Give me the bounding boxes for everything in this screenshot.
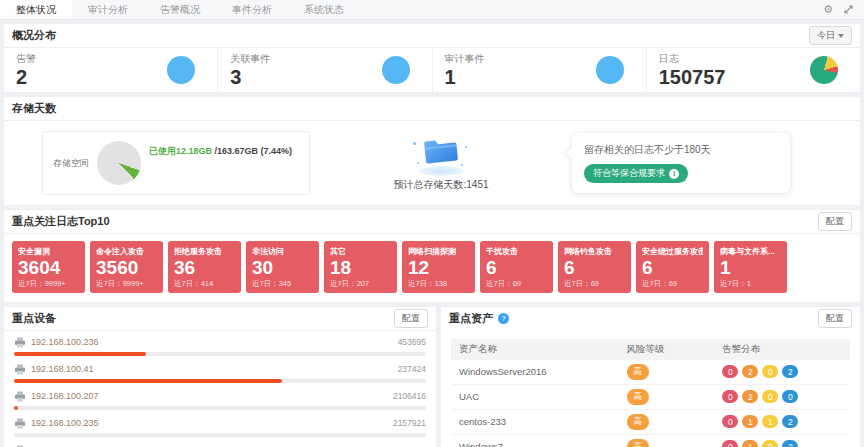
asset-row[interactable]: centos-233 高 0 1 1 2 xyxy=(451,409,850,434)
log-card[interactable]: 病毒与文件系... 1 近7日：1 xyxy=(714,241,787,293)
log-card[interactable]: 拒绝服务攻击 36 近7日：414 xyxy=(168,241,241,293)
log-card-value: 1 xyxy=(720,257,781,279)
log-card-title: 命令注入攻击 xyxy=(96,246,157,257)
log-card[interactable]: 安全绕过服务攻击 6 近7日：69 xyxy=(636,241,709,293)
tab-event-analysis[interactable]: 事件分析 xyxy=(216,0,288,19)
log-card-title: 安全绕过服务攻击 xyxy=(642,246,703,257)
events-circle-icon xyxy=(382,56,410,84)
device-bar-track xyxy=(14,406,426,410)
dist-badge-blue: 0 xyxy=(782,390,798,403)
device-ip: 192.168.100.236 xyxy=(31,337,99,347)
device-bar-track xyxy=(14,379,426,383)
log-card-value: 36 xyxy=(174,257,235,279)
compliance-label: 符合等保合规要求 xyxy=(593,167,665,180)
expand-icon[interactable] xyxy=(843,4,854,15)
device-bar-track xyxy=(14,352,426,356)
stat-value: 2 xyxy=(16,66,36,88)
dist-badge-orange: 2 xyxy=(742,365,758,378)
log-card[interactable]: 命令注入攻击 3560 近7日：9999+ xyxy=(90,241,163,293)
log-card-sub: 近7日：9999+ xyxy=(96,279,157,289)
device-row[interactable]: 192.168.100.235 2157921 xyxy=(14,417,426,437)
info-icon: i xyxy=(669,169,679,179)
help-icon[interactable]: ? xyxy=(498,313,509,324)
logs-pie-icon xyxy=(810,56,838,84)
log-card[interactable]: 安全漏洞 3604 近7日：9999+ xyxy=(12,241,85,293)
risk-badge: 高 xyxy=(627,414,649,430)
top-tab-bar: 整体状况 审计分析 告警概况 事件分析 系统状态 ⚙ xyxy=(0,0,864,20)
device-icon xyxy=(14,337,26,348)
dist-badge-orange: 1 xyxy=(742,415,758,428)
top-logs-title: 重点关注日志Top10 xyxy=(12,214,110,229)
log-card-title: 非法访问 xyxy=(252,246,313,257)
log-card-title: 干扰攻击 xyxy=(486,246,547,257)
log-card-sub: 近7日：69 xyxy=(564,279,625,289)
storage-space-card: 存储空间 已使用12.18GB /163.67GB (7.44%) xyxy=(42,131,310,195)
log-card[interactable]: 非法访问 30 近7日：345 xyxy=(246,241,319,293)
log-card-sub: 近7日：345 xyxy=(252,279,313,289)
device-row[interactable]: 192.168.100.41 237424 xyxy=(14,363,426,383)
device-ip: 192.168.100.235 xyxy=(31,418,99,428)
log-card[interactable]: 干扰攻击 6 近7日：69 xyxy=(480,241,553,293)
asset-name: UAC xyxy=(451,384,619,409)
asset-row[interactable]: Windows7 高 0 1 0 2 xyxy=(451,434,850,447)
device-value: 237424 xyxy=(398,364,426,374)
stat-label: 审计事件 xyxy=(445,52,485,66)
top-logs-config-button[interactable]: 配置 xyxy=(818,212,852,231)
log-card[interactable]: 网络扫描探测 12 近7日：138 xyxy=(402,241,475,293)
log-card-value: 6 xyxy=(486,257,547,279)
log-card-sub: 近7日：207 xyxy=(330,279,391,289)
tab-alert-overview[interactable]: 告警概况 xyxy=(144,0,216,19)
asset-name: centos-233 xyxy=(451,409,619,434)
tab-system-status[interactable]: 系统状态 xyxy=(288,0,360,19)
period-dropdown[interactable]: 今日 xyxy=(809,26,852,45)
log-card-value: 3560 xyxy=(96,257,157,279)
dist-badge-orange: 1 xyxy=(742,440,758,447)
dist-badge-blue: 2 xyxy=(782,365,798,378)
dist-badge-blue: 2 xyxy=(782,415,798,428)
storage-usage-text: 已使用12.18GB /163.67GB (7.44%) xyxy=(149,145,292,158)
log-card-sub: 近7日：1 xyxy=(720,279,781,289)
storage-total-text: /163.67GB (7.44%) xyxy=(215,146,293,156)
stat-correlated-events[interactable]: 关联事件 3 xyxy=(218,48,432,92)
device-row[interactable]: 192.168.100.207 2106416 xyxy=(14,390,426,410)
compliance-badge-button[interactable]: 符合等保合规要求 i xyxy=(584,164,688,183)
devices-config-button[interactable]: 配置 xyxy=(394,309,428,328)
stat-value: 150757 xyxy=(659,66,726,88)
tab-overall-status[interactable]: 整体状况 xyxy=(0,0,72,19)
estimated-storage-days: 预计总存储天数:1451 xyxy=(393,178,488,192)
storage-title: 存储天数 xyxy=(12,101,56,116)
gear-icon[interactable]: ⚙ xyxy=(823,4,833,15)
storage-space-label: 存储空间 xyxy=(53,157,89,170)
log-card-title: 拒绝服务攻击 xyxy=(174,246,235,257)
col-alert-distribution: 告警分布 xyxy=(714,339,850,360)
assets-table: 资产名称 风险等级 告警分布 WindowsServer2016 高 0 2 0… xyxy=(451,339,850,447)
stat-audit-events[interactable]: 审计事件 1 xyxy=(433,48,647,92)
device-bar-fill xyxy=(14,352,146,356)
log-card-title: 安全漏洞 xyxy=(18,246,79,257)
log-card-value: 6 xyxy=(564,257,625,279)
chevron-down-icon xyxy=(838,34,844,38)
asset-name: WindowsServer2016 xyxy=(451,360,619,385)
storage-pie-chart xyxy=(97,141,141,185)
assets-config-button[interactable]: 配置 xyxy=(818,309,852,328)
tab-audit-analysis[interactable]: 审计分析 xyxy=(72,0,144,19)
storage-panel: 存储天数 存储空间 已使用12.18GB /163.67GB (7.44%) xyxy=(4,97,860,205)
stat-alerts[interactable]: 告警 2 xyxy=(4,48,218,92)
asset-row[interactable]: WindowsServer2016 高 0 2 0 2 xyxy=(451,360,850,385)
period-label: 今日 xyxy=(817,29,835,42)
dist-badge-orange: 2 xyxy=(742,390,758,403)
asset-name: Windows7 xyxy=(451,434,619,447)
device-value: 2157921 xyxy=(393,418,426,428)
audit-circle-icon xyxy=(596,56,624,84)
log-card-sub: 近7日：414 xyxy=(174,279,235,289)
storage-used-text: 已使用12.18GB xyxy=(149,146,212,156)
stat-label: 关联事件 xyxy=(230,52,270,66)
log-card[interactable]: 网络钓鱼攻击 6 近7日：69 xyxy=(558,241,631,293)
asset-row[interactable]: UAC 高 0 2 0 0 xyxy=(451,384,850,409)
stat-logs[interactable]: 日志 150757 xyxy=(647,48,860,92)
log-cards-row: 安全漏洞 3604 近7日：9999+ 命令注入攻击 3560 近7日：9999… xyxy=(4,234,860,302)
log-card-sub: 近7日：9999+ xyxy=(18,279,79,289)
overview-title: 概况分布 xyxy=(12,28,56,43)
device-row[interactable]: 192.168.100.236 453695 xyxy=(14,336,426,356)
log-card[interactable]: 其它 18 近7日：207 xyxy=(324,241,397,293)
